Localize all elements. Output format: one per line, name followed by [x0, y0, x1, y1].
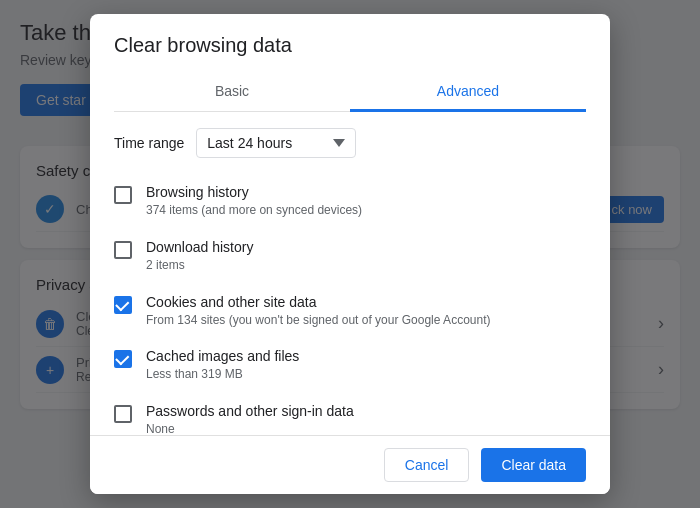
download-history-checkbox[interactable]	[114, 241, 132, 259]
browsing-history-checkbox[interactable]	[114, 186, 132, 204]
tabs-container: Basic Advanced	[114, 73, 586, 112]
clear-browsing-data-modal: Clear browsing data Basic Advanced Time …	[90, 14, 610, 494]
time-range-label: Time range	[114, 135, 184, 151]
list-item: Browsing history 374 items (and more on …	[114, 174, 586, 229]
passwords-label: Passwords and other sign-in data	[146, 403, 586, 419]
checkbox-unchecked[interactable]	[114, 241, 132, 259]
tab-basic[interactable]: Basic	[114, 73, 350, 112]
passwords-checkbox[interactable]	[114, 405, 132, 423]
modal-footer: Cancel Clear data	[90, 435, 610, 494]
list-item: Passwords and other sign-in data None	[114, 393, 586, 435]
cookies-label: Cookies and other site data	[146, 294, 586, 310]
list-item: Cached images and files Less than 319 MB	[114, 338, 586, 393]
list-item: Download history 2 items	[114, 229, 586, 284]
time-range-select[interactable]: Last hour Last 24 hours Last 7 days Last…	[196, 128, 356, 158]
cookies-checkbox[interactable]	[114, 296, 132, 314]
time-range-row: Time range Last hour Last 24 hours Last …	[114, 128, 586, 158]
list-item: Cookies and other site data From 134 sit…	[114, 284, 586, 339]
download-history-desc: 2 items	[146, 257, 586, 274]
download-history-label: Download history	[146, 239, 586, 255]
modal-header: Clear browsing data Basic Advanced	[90, 14, 610, 112]
modal-overlay: Clear browsing data Basic Advanced Time …	[0, 0, 700, 508]
tab-advanced[interactable]: Advanced	[350, 73, 586, 112]
clear-data-button[interactable]: Clear data	[481, 448, 586, 482]
browsing-history-desc: 374 items (and more on synced devices)	[146, 202, 586, 219]
cached-images-label: Cached images and files	[146, 348, 586, 364]
checkbox-unchecked[interactable]	[114, 186, 132, 204]
modal-title: Clear browsing data	[114, 34, 586, 57]
cookies-desc: From 134 sites (you won't be signed out …	[146, 312, 586, 329]
cancel-button[interactable]: Cancel	[384, 448, 470, 482]
passwords-desc: None	[146, 421, 586, 435]
cached-images-desc: Less than 319 MB	[146, 366, 586, 383]
modal-body: Time range Last hour Last 24 hours Last …	[90, 112, 610, 435]
browsing-history-label: Browsing history	[146, 184, 586, 200]
cached-images-checkbox[interactable]	[114, 350, 132, 368]
checkbox-checked[interactable]	[114, 350, 132, 368]
checkbox-unchecked[interactable]	[114, 405, 132, 423]
checkbox-checked[interactable]	[114, 296, 132, 314]
